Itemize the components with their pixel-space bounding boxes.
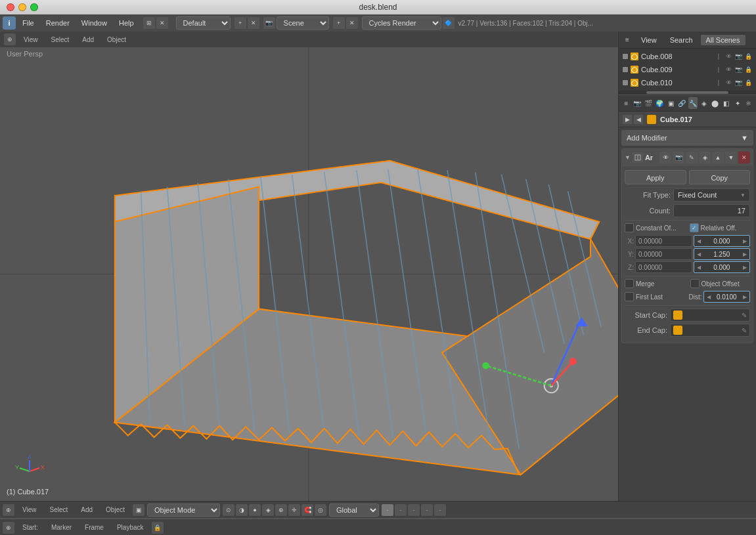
window-controls[interactable] bbox=[7, 3, 38, 11]
start-cap-field[interactable]: ✎ bbox=[670, 309, 750, 322]
tab-all-scenes[interactable]: All Scenes bbox=[701, 35, 745, 45]
modifier-collapse-arrow[interactable]: ▼ bbox=[625, 154, 631, 161]
start-cap-edit[interactable]: ✎ bbox=[742, 312, 747, 319]
layer-btn-4[interactable]: · bbox=[421, 504, 433, 516]
prop-icon-toggle[interactable]: ≡ bbox=[621, 97, 631, 109]
object-nav-back[interactable]: ◀ bbox=[634, 115, 643, 124]
modifier-render-icon[interactable]: 📷 bbox=[673, 152, 684, 163]
prop-tab-object[interactable]: ▣ bbox=[666, 97, 676, 109]
prop-tab-modifier[interactable]: 🔧 bbox=[688, 97, 698, 109]
copy-button[interactable]: Copy bbox=[689, 170, 751, 184]
shading-icon-4[interactable]: ◈ bbox=[262, 504, 274, 516]
layer-btn-3[interactable]: · bbox=[408, 504, 420, 516]
mode-icon[interactable]: ▣ bbox=[133, 504, 145, 516]
y-rel-input[interactable]: ◀ 1.250 ▶ bbox=[694, 248, 751, 260]
prop-tab-render[interactable]: 📷 bbox=[633, 97, 642, 109]
prop-tab-texture[interactable]: ◧ bbox=[721, 97, 731, 109]
viewport-header-icon[interactable]: ⊕ bbox=[4, 33, 16, 45]
info-button[interactable]: i bbox=[3, 16, 16, 30]
add-menu-bottom[interactable]: Add bbox=[76, 505, 98, 515]
prop-tab-data[interactable]: ◈ bbox=[699, 97, 709, 109]
outliner-item-cube008[interactable]: Cube.008 | 👁 📷 🔒 bbox=[619, 50, 756, 63]
workspace-selector[interactable]: Default bbox=[176, 16, 231, 30]
item-eye-icon[interactable]: 👁 bbox=[724, 53, 732, 60]
viewport-bottom-toggle[interactable]: ⊕ bbox=[3, 504, 14, 516]
modifier-down-icon[interactable]: ▼ bbox=[725, 152, 737, 163]
item-lock-icon[interactable]: 🔒 bbox=[744, 53, 752, 60]
timeline-frame[interactable]: Frame bbox=[79, 523, 109, 532]
prop-tab-world[interactable]: 🌍 bbox=[655, 97, 665, 109]
prop-tab-constraints[interactable]: 🔗 bbox=[677, 97, 687, 109]
y-const-input[interactable]: 0.00000 bbox=[635, 248, 692, 260]
end-cap-edit[interactable]: ✎ bbox=[742, 327, 747, 334]
add-modifier-button[interactable]: Add Modifier ▼ bbox=[621, 130, 753, 146]
modifier-up-icon[interactable]: ▲ bbox=[712, 152, 724, 163]
layer-btn-5[interactable]: · bbox=[434, 504, 446, 516]
item-eye-icon[interactable]: 👁 bbox=[724, 66, 732, 74]
menu-window[interactable]: Window bbox=[76, 18, 112, 28]
item-restrict-icon[interactable]: | bbox=[715, 66, 723, 74]
item-render-icon[interactable]: 📷 bbox=[734, 53, 742, 60]
proportional-icon[interactable]: ◎ bbox=[315, 504, 326, 516]
modifier-edit-icon[interactable]: ✎ bbox=[686, 152, 698, 163]
render-icon-x[interactable]: ✕ bbox=[346, 17, 358, 29]
scene-selector[interactable]: Scene bbox=[277, 16, 329, 30]
render-engine-selector[interactable]: Cycles Render bbox=[362, 16, 441, 30]
object-nav-arrow[interactable]: ▶ bbox=[623, 115, 632, 124]
timeline-lock[interactable]: 🔒 bbox=[152, 522, 164, 534]
timeline-playback[interactable]: Playback bbox=[112, 523, 149, 532]
dist-input[interactable]: ◀ 0.0100 ▶ bbox=[703, 291, 751, 303]
outliner-toggle[interactable]: ≡ bbox=[621, 34, 633, 46]
scene-icon-x[interactable]: ✕ bbox=[248, 17, 259, 29]
x-const-input[interactable]: 0.00000 bbox=[635, 235, 692, 247]
menu-file[interactable]: File bbox=[17, 18, 39, 28]
apply-button[interactable]: Apply bbox=[625, 170, 686, 184]
maximize-button[interactable] bbox=[30, 3, 38, 11]
merge-checkbox[interactable] bbox=[625, 279, 634, 288]
viewport-add-menu[interactable]: Add bbox=[77, 35, 99, 45]
fit-type-dropdown[interactable]: Fixed Count ▼ bbox=[673, 188, 750, 202]
pivot-icon[interactable]: ⊕ bbox=[275, 504, 287, 516]
scene-icon-add[interactable]: + bbox=[234, 17, 246, 29]
layer-btn-1[interactable]: · bbox=[382, 504, 393, 516]
workspace-icon-grid[interactable]: ⊞ bbox=[143, 17, 155, 29]
tab-view[interactable]: View bbox=[636, 35, 662, 45]
minimize-button[interactable] bbox=[18, 3, 26, 11]
x-rel-input[interactable]: ◀ 0.000 ▶ bbox=[694, 235, 751, 247]
relative-offset-checkbox[interactable]: ✓ bbox=[690, 223, 699, 232]
count-field[interactable]: 17 bbox=[673, 204, 750, 217]
prop-tab-material[interactable]: ⬤ bbox=[710, 97, 720, 109]
prop-tab-scene[interactable]: 🎬 bbox=[644, 97, 654, 109]
timeline-marker[interactable]: Marker bbox=[46, 523, 77, 532]
viewport-view-menu[interactable]: View bbox=[18, 35, 43, 45]
item-restrict-icon[interactable]: | bbox=[715, 79, 723, 87]
global-selector[interactable]: Global bbox=[329, 503, 379, 517]
viewport[interactable]: ⊕ View Select Add Object bbox=[0, 32, 618, 501]
prop-tab-physics[interactable]: ⚛ bbox=[744, 97, 753, 109]
modifier-delete-icon[interactable]: ✕ bbox=[738, 152, 750, 163]
viewport-object-menu[interactable]: Object bbox=[102, 35, 131, 45]
item-render-icon[interactable]: 📷 bbox=[734, 66, 742, 74]
viewport-select-menu[interactable]: Select bbox=[46, 35, 75, 45]
tab-search[interactable]: Search bbox=[665, 35, 698, 45]
scroll-indicator[interactable] bbox=[619, 91, 756, 95]
select-menu-bottom[interactable]: Select bbox=[45, 505, 74, 515]
z-rel-input[interactable]: ◀ 0.000 ▶ bbox=[694, 261, 751, 273]
layer-btn-2[interactable]: · bbox=[395, 504, 407, 516]
item-lock-icon[interactable]: 🔒 bbox=[744, 79, 752, 87]
shading-icon-3[interactable]: ● bbox=[249, 504, 261, 516]
scroll-thumb[interactable] bbox=[646, 91, 728, 94]
timeline-toggle[interactable]: ⊕ bbox=[3, 522, 14, 534]
item-eye-icon[interactable]: 👁 bbox=[724, 79, 732, 87]
outliner-item-cube010[interactable]: Cube.010 | 👁 📷 🔒 bbox=[619, 76, 756, 89]
snap-icon[interactable]: 🧲 bbox=[301, 504, 313, 516]
menu-help[interactable]: Help bbox=[114, 18, 139, 28]
shading-icon-1[interactable]: ⊙ bbox=[223, 504, 234, 516]
menu-render[interactable]: Render bbox=[41, 18, 75, 28]
object-menu-bottom[interactable]: Object bbox=[100, 505, 130, 515]
mode-selector[interactable]: Object Mode bbox=[147, 503, 220, 517]
outliner-item-cube009[interactable]: Cube.009 | 👁 📷 🔒 bbox=[619, 63, 756, 76]
constant-offset-checkbox[interactable] bbox=[625, 223, 634, 232]
render-icon-add[interactable]: + bbox=[333, 17, 345, 29]
end-cap-field[interactable]: ✎ bbox=[670, 324, 750, 337]
